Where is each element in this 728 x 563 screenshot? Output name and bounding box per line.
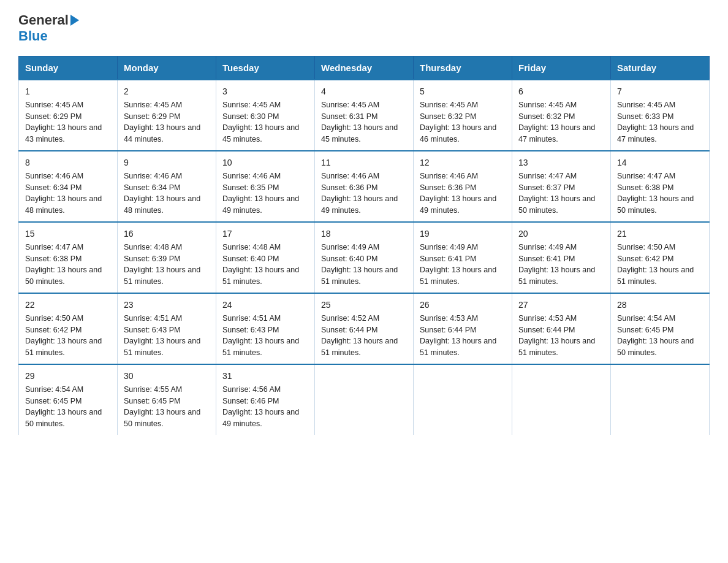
sunrise-info: Sunrise: 4:45 AM [25,101,83,109]
day-number: 21 [617,228,703,240]
calendar-cell: 29Sunrise: 4:54 AMSunset: 6:45 PMDayligh… [19,364,118,435]
sunset-info: Sunset: 6:35 PM [222,183,279,192]
sunrise-info: Sunrise: 4:45 AM [420,101,478,109]
calendar-header: SundayMondayTuesdayWednesdayThursdayFrid… [19,56,710,80]
sunset-info: Sunset: 6:34 PM [124,183,180,192]
daylight-info: Daylight: 13 hours and 51 minutes. [617,266,694,286]
sunset-info: Sunset: 6:31 PM [321,112,377,121]
calendar-cell [414,364,512,435]
calendar-cell: 18Sunrise: 4:49 AMSunset: 6:40 PMDayligh… [315,222,414,293]
day-number: 7 [617,85,703,98]
calendar-cell [611,364,710,435]
sunrise-info: Sunrise: 4:51 AM [222,314,281,323]
daylight-info: Daylight: 13 hours and 43 minutes. [25,123,102,144]
sunrise-info: Sunrise: 4:49 AM [420,243,478,251]
calendar-cell: 25Sunrise: 4:52 AMSunset: 6:44 PMDayligh… [315,293,414,364]
daylight-info: Daylight: 13 hours and 51 minutes. [321,266,398,286]
daylight-info: Daylight: 13 hours and 50 minutes. [617,194,694,215]
page-header: General Blue [18,12,710,45]
logo-blue: Blue [18,28,48,44]
sunrise-info: Sunrise: 4:45 AM [321,101,379,109]
sunset-info: Sunset: 6:42 PM [25,326,82,334]
day-number: 25 [321,299,407,312]
sunrise-info: Sunrise: 4:53 AM [518,314,577,323]
sunset-info: Sunset: 6:44 PM [420,326,476,334]
day-number: 10 [222,156,308,169]
calendar-cell: 26Sunrise: 4:53 AMSunset: 6:44 PMDayligh… [414,293,512,364]
sunrise-info: Sunrise: 4:46 AM [25,172,83,180]
sunset-info: Sunset: 6:29 PM [124,112,180,121]
daylight-info: Daylight: 13 hours and 48 minutes. [124,194,200,215]
calendar-cell: 27Sunrise: 4:53 AMSunset: 6:44 PMDayligh… [512,293,611,364]
sunset-info: Sunset: 6:40 PM [321,255,377,263]
day-number: 13 [518,156,604,169]
sunrise-info: Sunrise: 4:48 AM [222,243,281,251]
sunset-info: Sunset: 6:29 PM [25,112,82,121]
day-number: 26 [420,299,506,312]
sunset-info: Sunset: 6:39 PM [124,255,180,263]
day-number: 31 [222,370,308,383]
daylight-info: Daylight: 13 hours and 47 minutes. [518,123,595,144]
day-number: 2 [124,85,210,98]
logo-general: General [18,12,69,28]
day-number: 5 [420,85,506,98]
logo: General Blue [18,12,79,45]
daylight-info: Daylight: 13 hours and 45 minutes. [222,123,299,144]
day-number: 29 [25,370,111,383]
calendar-cell: 16Sunrise: 4:48 AMSunset: 6:39 PMDayligh… [118,222,216,293]
sunrise-info: Sunrise: 4:45 AM [124,101,182,109]
sunset-info: Sunset: 6:36 PM [321,183,377,192]
sunset-info: Sunset: 6:45 PM [124,397,180,405]
daylight-info: Daylight: 13 hours and 50 minutes. [124,408,200,428]
calendar-cell: 12Sunrise: 4:46 AMSunset: 6:36 PMDayligh… [414,151,512,222]
calendar-week-row: 1Sunrise: 4:45 AMSunset: 6:29 PMDaylight… [19,80,710,151]
day-number: 9 [124,156,210,169]
sunrise-info: Sunrise: 4:53 AM [420,314,478,323]
sunset-info: Sunset: 6:45 PM [617,326,673,334]
daylight-info: Daylight: 13 hours and 49 minutes. [420,194,496,215]
day-number: 1 [25,85,111,98]
calendar-cell: 8Sunrise: 4:46 AMSunset: 6:34 PMDaylight… [19,151,118,222]
daylight-info: Daylight: 13 hours and 49 minutes. [321,194,398,215]
sunrise-info: Sunrise: 4:56 AM [222,385,281,394]
day-number: 19 [420,228,506,240]
day-number: 6 [518,85,604,98]
calendar-cell: 11Sunrise: 4:46 AMSunset: 6:36 PMDayligh… [315,151,414,222]
day-number: 16 [124,228,210,240]
sunset-info: Sunset: 6:37 PM [518,183,575,192]
calendar-table: SundayMondayTuesdayWednesdayThursdayFrid… [18,56,710,435]
day-header-tuesday: Tuesday [216,56,315,80]
calendar-week-row: 8Sunrise: 4:46 AMSunset: 6:34 PMDaylight… [19,151,710,222]
daylight-info: Daylight: 13 hours and 51 minutes. [420,266,496,286]
sunrise-info: Sunrise: 4:52 AM [321,314,379,323]
calendar-cell: 7Sunrise: 4:45 AMSunset: 6:33 PMDaylight… [611,80,710,151]
calendar-cell: 21Sunrise: 4:50 AMSunset: 6:42 PMDayligh… [611,222,710,293]
sunset-info: Sunset: 6:44 PM [321,326,377,334]
sunset-info: Sunset: 6:41 PM [518,255,575,263]
day-header-wednesday: Wednesday [315,56,414,80]
sunrise-info: Sunrise: 4:45 AM [617,101,675,109]
calendar-cell: 28Sunrise: 4:54 AMSunset: 6:45 PMDayligh… [611,293,710,364]
day-number: 23 [124,299,210,312]
calendar-cell: 17Sunrise: 4:48 AMSunset: 6:40 PMDayligh… [216,222,315,293]
daylight-info: Daylight: 13 hours and 51 minutes. [518,266,595,286]
calendar-cell: 20Sunrise: 4:49 AMSunset: 6:41 PMDayligh… [512,222,611,293]
day-number: 3 [222,85,308,98]
sunset-info: Sunset: 6:32 PM [420,112,476,121]
calendar-cell [315,364,414,435]
sunrise-info: Sunrise: 4:51 AM [124,314,182,323]
calendar-cell: 1Sunrise: 4:45 AMSunset: 6:29 PMDaylight… [19,80,118,151]
calendar-cell: 10Sunrise: 4:46 AMSunset: 6:35 PMDayligh… [216,151,315,222]
calendar-cell: 4Sunrise: 4:45 AMSunset: 6:31 PMDaylight… [315,80,414,151]
calendar-cell: 31Sunrise: 4:56 AMSunset: 6:46 PMDayligh… [216,364,315,435]
sunrise-info: Sunrise: 4:46 AM [222,172,281,180]
sunset-info: Sunset: 6:43 PM [222,326,279,334]
sunrise-info: Sunrise: 4:46 AM [124,172,182,180]
calendar-week-row: 29Sunrise: 4:54 AMSunset: 6:45 PMDayligh… [19,364,710,435]
day-header-thursday: Thursday [414,56,512,80]
day-number: 14 [617,156,703,169]
sunset-info: Sunset: 6:33 PM [617,112,673,121]
sunset-info: Sunset: 6:36 PM [420,183,476,192]
daylight-info: Daylight: 13 hours and 50 minutes. [617,337,694,357]
day-number: 15 [25,228,111,240]
